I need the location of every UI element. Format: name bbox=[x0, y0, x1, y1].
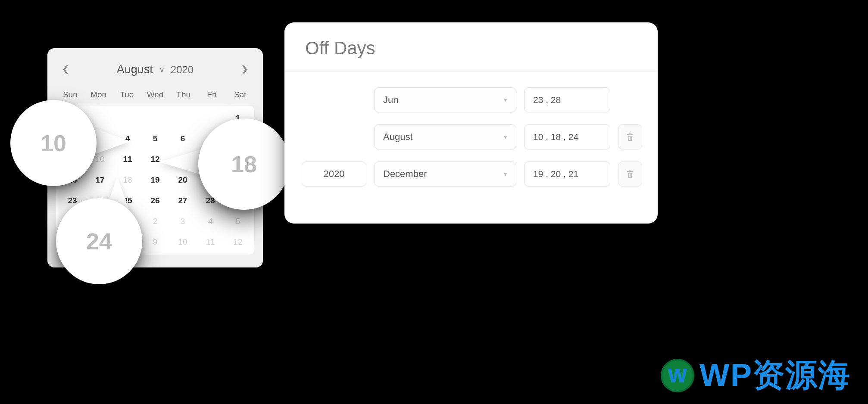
weekday-label: Tue bbox=[112, 90, 141, 99]
calendar-prev-icon[interactable]: ❮ bbox=[62, 64, 69, 74]
calendar-day-cell[interactable]: 3 bbox=[169, 217, 197, 226]
off-days-panel: Off Days Jun▾23 , 28August▾10 , 18 , 242… bbox=[284, 22, 658, 224]
calendar-day-cell bbox=[197, 113, 224, 123]
panel-title: Off Days bbox=[284, 22, 658, 71]
delete-button[interactable] bbox=[618, 124, 642, 149]
calendar-next-icon[interactable]: ❯ bbox=[241, 64, 248, 74]
off-days-rows: Jun▾23 , 28August▾10 , 18 , 242020Decemb… bbox=[284, 72, 658, 202]
calendar-day-cell[interactable]: 10 bbox=[169, 237, 197, 247]
calendar-day-cell[interactable]: 9 bbox=[141, 237, 169, 247]
calendar-month-label[interactable]: August bbox=[117, 63, 153, 76]
weekday-label: Sun bbox=[56, 90, 84, 99]
month-select-value: December bbox=[383, 168, 427, 180]
trash-icon bbox=[625, 132, 635, 142]
chevron-down-icon[interactable]: ∨ bbox=[159, 65, 165, 75]
month-select[interactable]: August▾ bbox=[374, 124, 516, 149]
calendar-day-cell[interactable]: 26 bbox=[141, 196, 169, 205]
calendar-day-cell[interactable]: 5 bbox=[224, 217, 252, 226]
wp-logo-letter: W bbox=[668, 364, 687, 387]
weekday-label: Wed bbox=[141, 90, 169, 99]
month-select-value: Jun bbox=[383, 94, 398, 106]
calendar-day-cell bbox=[114, 113, 141, 123]
delete-button[interactable] bbox=[618, 162, 642, 186]
callout-bubble-18: 18 bbox=[198, 118, 290, 210]
month-select[interactable]: Jun▾ bbox=[374, 87, 516, 112]
callout-bubble-24: 24 bbox=[56, 198, 142, 284]
calendar-weekday-row: SunMonTueWedThuFriSat bbox=[56, 87, 254, 106]
weekday-label: Mon bbox=[84, 90, 113, 99]
chevron-down-icon: ▾ bbox=[504, 170, 507, 178]
calendar-year-label[interactable]: 2020 bbox=[171, 64, 194, 76]
calendar-day-cell[interactable]: 2 bbox=[141, 217, 169, 226]
calendar-day-cell bbox=[141, 113, 169, 123]
days-input[interactable]: 19 , 20 , 21 bbox=[524, 162, 610, 186]
year-button[interactable]: 2020 bbox=[302, 162, 366, 186]
wp-logo-icon: W bbox=[661, 359, 694, 392]
weekday-label: Thu bbox=[169, 90, 198, 99]
calendar-header: ❮ August ∨ 2020 ❯ bbox=[56, 59, 254, 87]
month-select[interactable]: December▾ bbox=[374, 162, 516, 186]
watermark: W WP资源海 bbox=[661, 354, 851, 397]
calendar-day-cell[interactable]: 11 bbox=[197, 237, 224, 247]
month-select-value: August bbox=[383, 131, 413, 143]
weekday-label: Sat bbox=[226, 90, 254, 99]
days-input[interactable]: 10 , 18 , 24 bbox=[524, 124, 610, 149]
calendar-day-cell[interactable]: 27 bbox=[169, 196, 197, 205]
trash-icon bbox=[625, 169, 635, 179]
callout-bubble-10: 10 bbox=[10, 100, 97, 186]
off-days-row: August▾10 , 18 , 24 bbox=[302, 124, 637, 149]
calendar-day-cell bbox=[169, 113, 197, 123]
days-input[interactable]: 23 , 28 bbox=[524, 87, 610, 112]
weekday-label: Fri bbox=[198, 90, 226, 99]
calendar-day-cell[interactable]: 6 bbox=[169, 134, 197, 143]
calendar-day-cell[interactable]: 12 bbox=[224, 237, 252, 247]
calendar-day-cell[interactable]: 5 bbox=[141, 134, 169, 143]
off-days-row: Jun▾23 , 28 bbox=[302, 87, 637, 112]
calendar-day-cell[interactable]: 4 bbox=[197, 217, 224, 226]
chevron-down-icon: ▾ bbox=[504, 96, 507, 104]
watermark-text: WP资源海 bbox=[699, 354, 851, 397]
chevron-down-icon: ▾ bbox=[504, 133, 507, 141]
off-days-row: 2020December▾19 , 20 , 21 bbox=[302, 162, 637, 186]
